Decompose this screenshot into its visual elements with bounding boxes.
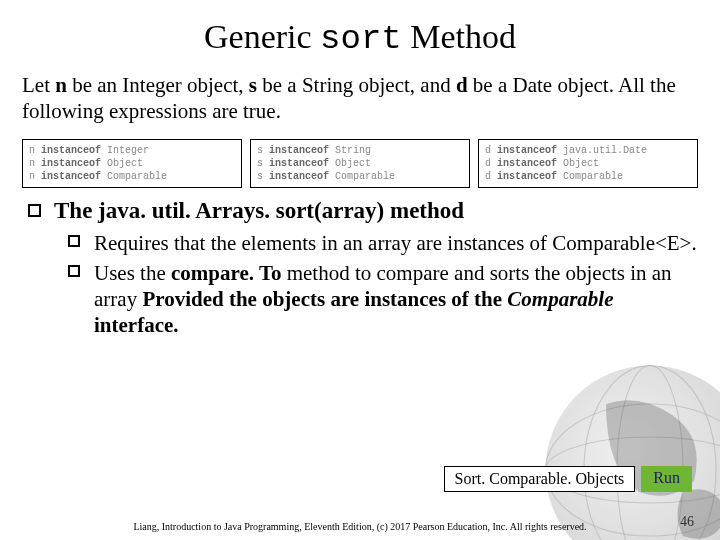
sub-bullet-bold: interface. [94,313,179,337]
sub-bullet-text: Uses the [94,261,171,285]
slide-title: Generic sort Method [22,18,698,58]
lead-var-s: s [249,73,257,97]
codebox-string: s instanceof String s instanceof Object … [250,139,470,188]
bullet-text: The java. util. Arrays. sort(array) meth… [54,198,464,223]
page-number: 46 [680,514,694,530]
sub-bullet-list: Requires that the elements in an array a… [54,230,698,339]
title-code: sort [320,20,402,58]
bullet-square-icon [68,235,80,247]
lead-var-d: d [456,73,468,97]
svg-point-4 [584,366,716,541]
lead-paragraph: Let n be an Integer object, s be a Strin… [22,72,698,125]
button-row: Sort. Comparable. Objects Run [444,466,692,492]
sub-bullet-text: Requires that the elements in an array a… [94,231,697,255]
copyright-footer: Liang, Introduction to Java Programming,… [0,521,720,532]
bullet-arrays-sort: The java. util. Arrays. sort(array) meth… [28,198,698,339]
bullet-square-icon [68,265,80,277]
run-button[interactable]: Run [641,466,692,492]
code-boxes-row: n instanceof Integer n instanceof Object… [22,139,698,188]
svg-point-3 [617,366,683,541]
bullet-list: The java. util. Arrays. sort(array) meth… [22,198,698,339]
sub-bullet-italic: Comparable [507,287,613,311]
sub-bullet-bold: compare. To [171,261,281,285]
slide: Generic sort Method Let n be an Integer … [0,0,720,540]
link-sort-comparable-objects[interactable]: Sort. Comparable. Objects [444,466,636,492]
sub-bullet-requires: Requires that the elements in an array a… [68,230,698,256]
title-post: Method [402,18,516,55]
codebox-integer: n instanceof Integer n instanceof Object… [22,139,242,188]
title-pre: Generic [204,18,320,55]
lead-text: Let [22,73,55,97]
lead-text: be a String object, and [257,73,456,97]
sub-bullet-bold: Provided the objects are instances of th… [142,287,507,311]
bullet-square-icon [28,204,41,217]
lead-text: be an Integer object, [67,73,249,97]
codebox-date: d instanceof java.util.Date d instanceof… [478,139,698,188]
globe-graphic [540,360,720,540]
lead-var-n: n [55,73,67,97]
sub-bullet-uses: Uses the compare. To method to compare a… [68,260,698,339]
